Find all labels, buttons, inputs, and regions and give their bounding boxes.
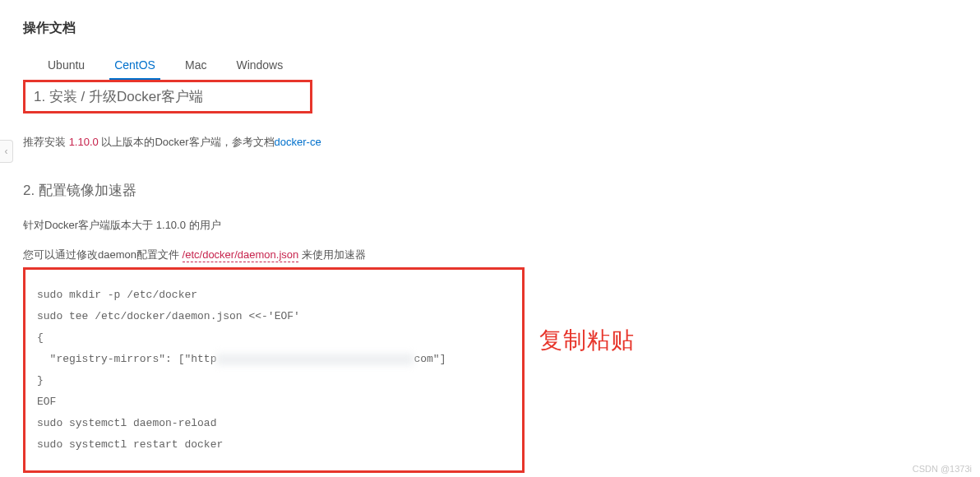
tab-ubuntu[interactable]: Ubuntu: [33, 52, 99, 80]
daemon-json-path: /etc/docker/daemon.json: [183, 248, 299, 262]
section2-para2: 您可以通过修改daemon配置文件 /etc/docker/daemon.jso…: [23, 246, 957, 264]
tab-mac[interactable]: Mac: [170, 52, 221, 80]
code-line: }: [37, 374, 44, 387]
section2-para2-suffix: 来使用加速器: [298, 248, 366, 261]
code-line: "registry-mirrors": ["http: [37, 353, 216, 365]
code-line: EOF: [37, 396, 56, 408]
section1-heading: 1. 安装 / 升级Docker客户端: [34, 87, 302, 106]
code-line: sudo systemctl daemon-reload: [37, 417, 216, 429]
code-block[interactable]: sudo mkdir -p /etc/docker sudo tee /etc/…: [37, 285, 511, 456]
chevron-left-icon: ‹: [5, 146, 8, 157]
redacted-url: [216, 354, 414, 365]
section1-version: 1.10.0: [69, 136, 99, 148]
watermark: CSDN @1373i: [913, 464, 972, 474]
tab-windows[interactable]: Windows: [221, 52, 298, 80]
collapse-handle[interactable]: ‹: [0, 140, 13, 163]
page-title: 操作文档: [0, 0, 980, 52]
os-tabs: Ubuntu CentOS Mac Windows: [0, 52, 980, 80]
section2-para1: 针对Docker客户端版本大于 1.10.0 的用户: [23, 216, 957, 234]
code-line: {: [37, 331, 44, 344]
section2-heading: 2. 配置镜像加速器: [23, 181, 957, 200]
code-line: sudo systemctl restart docker: [37, 438, 223, 451]
code-line: sudo mkdir -p /etc/docker: [37, 289, 197, 301]
code-line: com"]: [414, 353, 446, 365]
tab-centos[interactable]: CentOS: [99, 52, 170, 80]
section1-text-prefix: 推荐安装: [23, 136, 69, 148]
code-line: sudo tee /etc/docker/daemon.json <<-'EOF…: [37, 310, 300, 322]
code-highlight-box: sudo mkdir -p /etc/docker sudo tee /etc/…: [23, 267, 525, 473]
copy-paste-annotation: 复制粘贴: [539, 325, 635, 356]
section1-highlight-box: 1. 安装 / 升级Docker客户端: [23, 80, 312, 113]
docker-ce-link[interactable]: docker-ce: [275, 136, 321, 148]
section2-para2-prefix: 您可以通过修改daemon配置文件: [23, 248, 183, 261]
section1-paragraph: 推荐安装 1.10.0 以上版本的Docker客户端，参考文档docker-ce: [23, 133, 957, 151]
section1-text-mid: 以上版本的Docker客户端，参考文档: [99, 136, 275, 148]
